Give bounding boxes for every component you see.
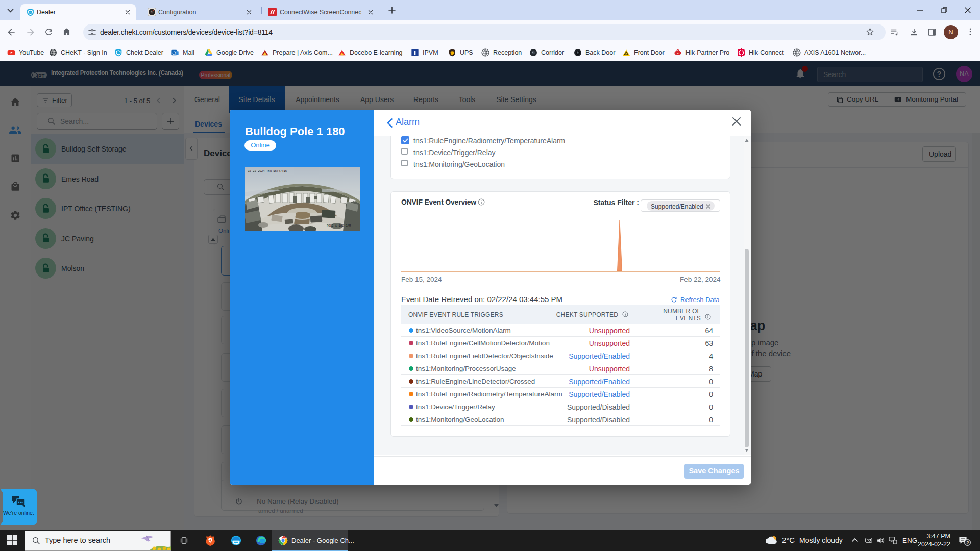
svg-text:POLE 1 180 CAM: POLE 1 180 CAM: [327, 224, 351, 228]
svg-text:02-22-2024 Thu 15:47:16: 02-22-2024 Thu 15:47:16: [248, 169, 287, 173]
